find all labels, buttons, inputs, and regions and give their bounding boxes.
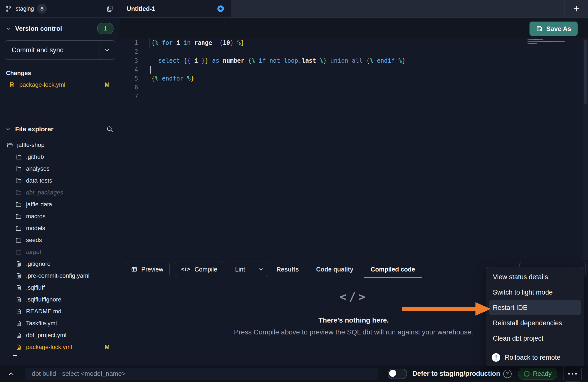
minimap-line xyxy=(528,39,543,40)
file-icon xyxy=(15,344,22,351)
branch-name[interactable]: staging xyxy=(16,5,34,12)
file-explorer-item-.gitignore[interactable]: .gitignore xyxy=(0,258,119,270)
code-token xyxy=(373,57,377,64)
panel-tab-results[interactable]: Results xyxy=(269,260,306,278)
menu-item-view-status-details[interactable]: View status details xyxy=(486,269,584,285)
more-options-button[interactable] xyxy=(563,366,582,382)
code-token: as xyxy=(212,57,219,64)
code-token: % xyxy=(155,39,158,46)
search-icon[interactable] xyxy=(106,125,114,133)
menu-item-reinstall-dependencies[interactable]: Reinstall dependencies xyxy=(486,315,584,331)
file-explorer-item-target[interactable]: target xyxy=(0,246,119,258)
code-line-4[interactable] xyxy=(151,65,543,74)
scrollbar-thumb[interactable] xyxy=(584,40,587,104)
file-explorer: File explorer jaffle-shop.githubanalyses… xyxy=(0,119,119,365)
editor-tab-bar: Untitled-1 xyxy=(119,0,588,18)
code-editor[interactable]: 1234567 {% for i in range (10) %} select… xyxy=(119,38,588,260)
version-control-header[interactable]: Version control 1 xyxy=(0,18,119,39)
code-token xyxy=(234,39,237,46)
code-token: { xyxy=(248,57,251,64)
code-line-6[interactable] xyxy=(151,83,543,92)
new-tab-button[interactable] xyxy=(564,0,588,17)
editor-scrollbar[interactable] xyxy=(583,38,588,260)
folder-icon xyxy=(15,225,22,232)
file-explorer-item-data-tests[interactable]: data-tests xyxy=(0,175,119,187)
file-explorer-item-jaffle-shop[interactable]: jaffle-shop xyxy=(0,139,119,151)
menu-item-restart-ide[interactable]: Restart IDE xyxy=(489,300,581,315)
code-token: { xyxy=(366,57,370,64)
menu-item-clean-dbt-project[interactable]: Clean dbt project xyxy=(486,331,584,346)
defer-toggle[interactable] xyxy=(388,369,407,379)
code-token: i xyxy=(194,57,198,64)
file-explorer-title: File explorer xyxy=(15,125,54,133)
chevron-down-icon[interactable] xyxy=(5,26,11,31)
file-explorer-item-package-lock.yml[interactable]: package-lock.ymlM xyxy=(0,341,119,353)
copy-icon[interactable] xyxy=(106,5,114,12)
code-line-1[interactable]: {% for i in range (10) %} xyxy=(151,38,543,47)
code-line-3[interactable]: select {{ i }} as number {% if not loop.… xyxy=(151,56,543,65)
tab-untitled-1[interactable]: Untitled-1 xyxy=(119,0,231,17)
menu-item-rollback-to-remote[interactable]: !Rollback to remote xyxy=(486,350,584,365)
status-badge[interactable]: Ready xyxy=(518,368,557,380)
lint-options-dropdown[interactable] xyxy=(254,262,268,277)
menu-item-switch-to-light-mode[interactable]: Switch to light mode xyxy=(486,285,584,300)
preview-label: Preview xyxy=(141,266,163,273)
line-number-gutter: 1234567 xyxy=(119,38,138,101)
help-icon[interactable]: ? xyxy=(503,370,512,378)
lint-label: Lint xyxy=(235,266,245,273)
branch-bar: staging xyxy=(0,0,119,18)
file-explorer-item-dbt_project.yml[interactable]: dbt_project.yml xyxy=(0,329,119,341)
command-input[interactable]: dbt build --select <model_name> xyxy=(25,368,378,380)
compile-button[interactable]: </> Compile xyxy=(175,262,224,277)
line-number: 1 xyxy=(119,38,138,47)
file-explorer-item-.sqlfluff[interactable]: .sqlfluff xyxy=(0,282,119,294)
code-line-5[interactable]: {% endfor %} xyxy=(151,74,543,83)
context-menu: View status detailsSwitch to light modeR… xyxy=(486,267,584,366)
file-explorer-item-.sqlfluffignore[interactable]: .sqlfluffignore xyxy=(0,294,119,305)
code-token xyxy=(208,57,212,64)
file-icon xyxy=(15,308,22,315)
panel-tab-compiled-code[interactable]: Compiled code xyxy=(364,260,422,278)
minimap[interactable] xyxy=(528,39,565,45)
chevron-down-icon[interactable] xyxy=(5,126,11,132)
code-token: 10 xyxy=(223,39,230,46)
commit-and-sync-button[interactable]: Commit and sync xyxy=(5,40,115,60)
file-explorer-item-seeds[interactable]: seeds xyxy=(0,234,119,246)
code-token: for xyxy=(162,39,173,46)
exclamation-circle-icon: ! xyxy=(492,353,500,362)
save-as-button[interactable]: Save As xyxy=(529,22,578,36)
minimap-line xyxy=(528,41,565,42)
file-explorer-item-macros[interactable]: macros xyxy=(0,210,119,222)
file-name: dbt_packages xyxy=(26,189,63,196)
file-explorer-item-.pre-commit-config.yaml[interactable]: .pre-commit-config.yaml xyxy=(0,270,119,282)
panel-tab-code-quality[interactable]: Code quality xyxy=(309,260,360,278)
chevron-up-icon[interactable] xyxy=(7,370,15,378)
code-token: endfor xyxy=(162,75,183,82)
code-line-2[interactable] xyxy=(151,47,543,56)
window-edge-line xyxy=(2,17,2,365)
save-as-label: Save As xyxy=(546,25,571,33)
status-text: Ready xyxy=(533,370,552,378)
code-token: } xyxy=(191,75,194,82)
code-token: % xyxy=(252,57,255,64)
code-token xyxy=(348,57,352,64)
commit-options-dropdown[interactable] xyxy=(99,41,115,59)
file-explorer-item-Taskfile.yml[interactable]: Taskfile.yml xyxy=(0,317,119,329)
code-lines[interactable]: {% for i in range (10) %} select {{ i }}… xyxy=(151,38,543,101)
file-explorer-item-analyses[interactable]: analyses xyxy=(0,163,119,175)
changed-file-row[interactable]: package-lock.yml M xyxy=(0,79,119,90)
preview-button[interactable]: Preview xyxy=(125,262,170,277)
code-token xyxy=(191,57,194,64)
table-icon xyxy=(131,266,137,273)
file-explorer-item-.github[interactable]: .github xyxy=(0,151,119,163)
file-explorer-header[interactable]: File explorer xyxy=(0,119,119,139)
file-explorer-item-README.md[interactable]: README.md xyxy=(0,305,119,317)
unsaved-changes-dot[interactable] xyxy=(217,5,224,12)
code-token: if xyxy=(259,57,266,64)
branch-lock-badge xyxy=(37,4,47,14)
version-control-title: Version control xyxy=(15,25,62,32)
file-explorer-item-models[interactable]: models xyxy=(0,222,119,234)
file-explorer-item-jaffle-data[interactable]: jaffle-data xyxy=(0,198,119,210)
code-line-7[interactable] xyxy=(151,92,543,101)
file-explorer-item-dbt_packages[interactable]: dbt_packages xyxy=(0,187,119,198)
